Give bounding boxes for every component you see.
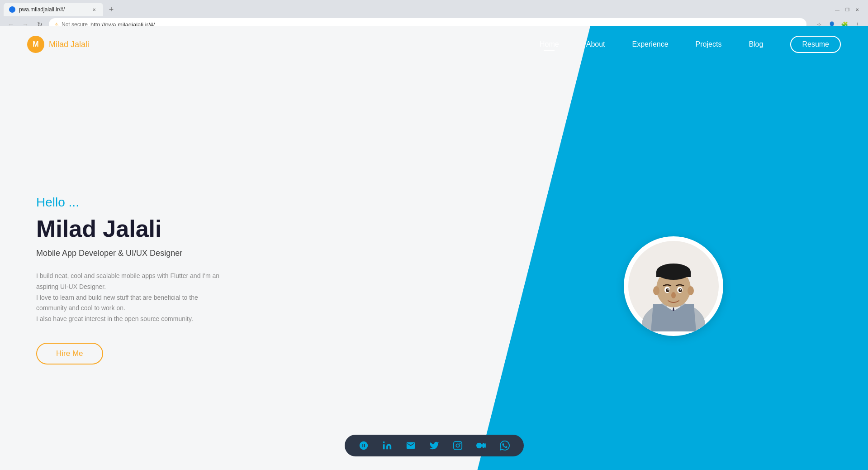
navbar: M Milad Jalali Home About Experience Pro… [0, 26, 868, 62]
svg-point-15 [680, 289, 682, 291]
tab-bar: pwa.miladjalali.ir/#/ ✕ + — ❐ ✕ [0, 0, 868, 16]
linkedin-icon[interactable] [382, 440, 393, 451]
new-tab-button[interactable]: + [105, 3, 118, 16]
nav-links: Home About Experience Projects Blog Resu… [540, 36, 841, 53]
hero-title: Mobile App Developer & UI/UX Designer [36, 249, 289, 258]
resume-button[interactable]: Resume [790, 36, 841, 53]
svg-point-22 [459, 443, 460, 444]
whatsapp-icon[interactable] [499, 440, 510, 451]
email-icon[interactable] [405, 440, 416, 451]
hero-name: Milad Jalali [36, 215, 289, 242]
svg-point-8 [653, 286, 659, 295]
instagram-icon[interactable] [452, 440, 463, 451]
active-tab[interactable]: pwa.miladjalali.ir/#/ ✕ [4, 3, 103, 16]
tab-favicon-icon [9, 6, 15, 13]
svg-point-19 [383, 441, 384, 443]
podcast-icon[interactable] [358, 440, 369, 451]
maximize-button[interactable]: ❐ [844, 6, 851, 13]
avatar-container [624, 236, 723, 336]
browser-chrome: pwa.miladjalali.ir/#/ ✕ + — ❐ ✕ ← → ↻ ⚠ … [0, 0, 868, 26]
svg-point-9 [688, 286, 694, 295]
hero-left-content: Hello ... Milad Jalali Mobile App Develo… [36, 195, 289, 364]
hero-section: Hello ... Milad Jalali Mobile App Develo… [0, 62, 868, 470]
svg-point-21 [456, 444, 459, 447]
website-content: M Milad Jalali Home About Experience Pro… [0, 26, 868, 470]
nav-home[interactable]: Home [540, 40, 559, 48]
svg-rect-7 [656, 272, 691, 277]
twitter-icon[interactable] [429, 440, 440, 451]
logo-text: Milad Jalali [49, 40, 89, 49]
social-bar [345, 435, 524, 456]
logo[interactable]: M Milad Jalali [27, 36, 89, 53]
nav-about[interactable]: About [586, 40, 605, 48]
greeting-text: Hello ... [36, 195, 289, 210]
nav-experience[interactable]: Experience [632, 40, 669, 48]
nav-projects[interactable]: Projects [696, 40, 722, 48]
svg-point-14 [668, 289, 669, 291]
medium-icon[interactable] [476, 440, 487, 451]
minimize-button[interactable]: — [834, 6, 841, 13]
nav-blog[interactable]: Blog [749, 40, 763, 48]
svg-rect-20 [453, 441, 461, 450]
close-window-button[interactable]: ✕ [854, 6, 861, 13]
hero-bio: I build neat, cool and scalable mobile a… [36, 271, 253, 325]
svg-point-16 [671, 292, 676, 298]
hire-me-button[interactable]: Hire Me [36, 343, 103, 364]
tab-title: pwa.miladjalali.ir/#/ [19, 6, 65, 13]
avatar [624, 236, 723, 336]
person-image [628, 241, 719, 331]
logo-icon: M [27, 36, 44, 53]
tab-close-button[interactable]: ✕ [90, 6, 98, 13]
